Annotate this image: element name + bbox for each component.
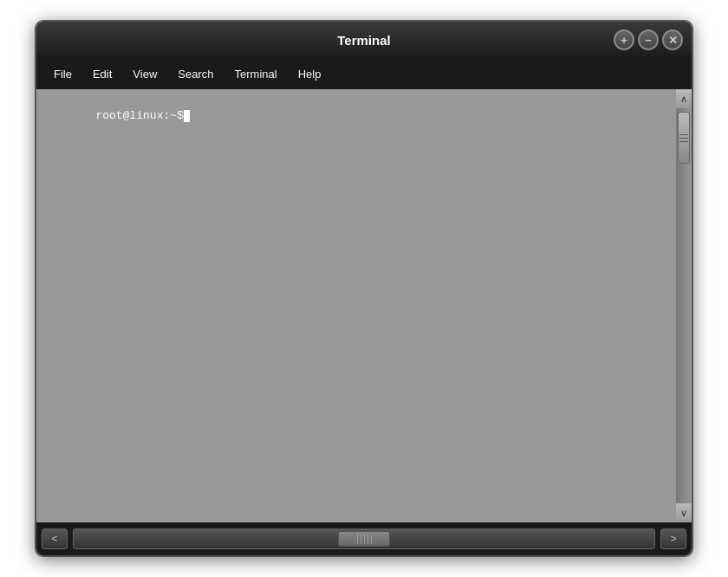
grip-h-1 <box>357 534 358 544</box>
menu-file[interactable]: File <box>43 64 82 84</box>
scroll-grip-horizontal <box>357 534 372 544</box>
scroll-track-vertical[interactable] <box>676 108 692 503</box>
scroll-down-button[interactable]: ∨ <box>676 503 692 522</box>
terminal-content[interactable]: root@linux:~$ <box>36 89 676 522</box>
grip-h-4 <box>367 534 368 544</box>
grip-line-1 <box>679 134 688 135</box>
scroll-up-button[interactable]: ∧ <box>676 89 692 108</box>
maximize-button[interactable]: + <box>614 29 634 50</box>
terminal-cursor <box>184 110 190 122</box>
scroll-left-button[interactable]: < <box>42 528 68 549</box>
scroll-right-button[interactable]: > <box>660 528 686 549</box>
terminal-prompt: root@linux:~$ <box>42 96 671 135</box>
titlebar: Terminal + − ✕ <box>36 22 692 58</box>
grip-line-3 <box>679 141 688 142</box>
grip-h-5 <box>371 534 372 544</box>
menu-view[interactable]: View <box>122 64 167 84</box>
vertical-scrollbar[interactable]: ∧ ∨ <box>676 89 692 522</box>
scroll-grip-vertical <box>679 134 688 142</box>
menubar: File Edit View Search Terminal Help <box>36 58 692 89</box>
menu-edit[interactable]: Edit <box>82 64 122 84</box>
minimize-button[interactable]: − <box>638 29 659 50</box>
prompt-text: root@linux:~$ <box>95 109 183 122</box>
scroll-thumb-horizontal[interactable] <box>338 531 390 547</box>
close-button[interactable]: ✕ <box>662 29 683 50</box>
menu-help[interactable]: Help <box>288 64 332 84</box>
grip-line-2 <box>679 138 688 139</box>
grip-h-3 <box>364 534 365 544</box>
menu-search[interactable]: Search <box>167 64 224 84</box>
scroll-thumb-vertical[interactable] <box>678 112 690 164</box>
window-controls: + − ✕ <box>614 29 683 50</box>
scroll-track-horizontal[interactable] <box>73 528 655 549</box>
horizontal-scrollbar-area: < > <box>36 522 692 555</box>
menu-terminal[interactable]: Terminal <box>224 64 288 84</box>
grip-h-2 <box>361 534 361 544</box>
terminal-window: Terminal + − ✕ File Edit View Search Ter… <box>35 20 693 557</box>
terminal-area: root@linux:~$ ∧ ∨ <box>36 89 692 522</box>
window-title: Terminal <box>337 33 390 48</box>
